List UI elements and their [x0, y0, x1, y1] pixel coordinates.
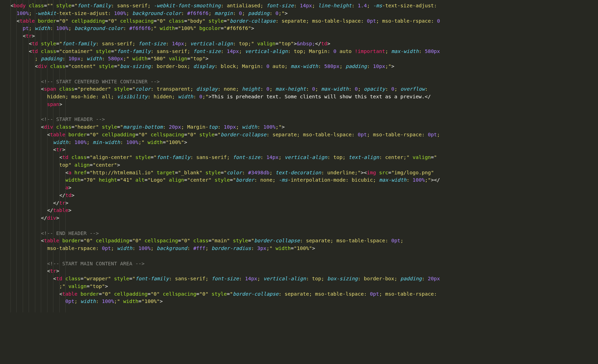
- code-line[interactable]: <table border="0" cellpadding="0" cellsp…: [0, 131, 598, 139]
- code-line[interactable]: <a href="http://htmlemail.io" target="_b…: [0, 169, 598, 177]
- code-line[interactable]: <!-- START CENTERED WHITE CONTAINER -->: [0, 78, 598, 86]
- code-line[interactable]: ; padding: 10px; width: 580px;" width="5…: [0, 55, 598, 63]
- code-line[interactable]: 100%; -webkit-text-size-adjust: 100%; ba…: [0, 10, 598, 17]
- code-line[interactable]: <table border="0" cellpadding="0" cellsp…: [0, 17, 598, 25]
- code-line[interactable]: <!-- END HEADER -->: [0, 230, 598, 237]
- code-line[interactable]: <div class="header" style="margin-bottom…: [0, 123, 598, 131]
- code-line[interactable]: <tr>: [0, 146, 598, 154]
- code-line[interactable]: span>: [0, 101, 598, 108]
- code-editor[interactable]: <body class="" style="font-family: sans-…: [0, 0, 598, 312]
- code-line[interactable]: mso-table-rspace: 0pt; width: 100%; back…: [0, 245, 598, 252]
- code-line[interactable]: <body class="" style="font-family: sans-…: [0, 2, 598, 10]
- code-line[interactable]: <table border="0" cellpadding="0" cellsp…: [0, 290, 598, 298]
- code-line[interactable]: </tr>: [0, 199, 598, 207]
- code-line[interactable]: [0, 252, 598, 260]
- code-line[interactable]: <span class="preheader" style="color: tr…: [0, 85, 598, 93]
- code-line[interactable]: <table border="0" cellpadding="0" cellsp…: [0, 237, 598, 245]
- code-line[interactable]: </td>: [0, 192, 598, 199]
- code-line[interactable]: <!-- START HEADER -->: [0, 116, 598, 123]
- code-area[interactable]: <body class="" style="font-family: sans-…: [0, 0, 598, 312]
- code-line[interactable]: <!-- START MAIN CONTENT AREA -->: [0, 260, 598, 268]
- code-line[interactable]: [0, 70, 598, 78]
- code-line[interactable]: [0, 108, 598, 116]
- code-line[interactable]: hidden; mso-hide: all; visibility: hidde…: [0, 93, 598, 101]
- code-line[interactable]: a>: [0, 184, 598, 192]
- code-line[interactable]: pt; width: 100%; background-color: #f6f6…: [0, 25, 598, 32]
- code-line[interactable]: <td class="align-center" style="font-fam…: [0, 154, 598, 161]
- code-line[interactable]: <tr>: [0, 32, 598, 40]
- code-line[interactable]: <td class="container" style="font-family…: [0, 48, 598, 55]
- code-line[interactable]: width: 100%; min-width: 100%;" width="10…: [0, 139, 598, 146]
- code-line[interactable]: <td style="font-family: sans-serif; font…: [0, 40, 598, 48]
- code-line[interactable]: width="70" height="41" alt="Logo" align=…: [0, 176, 598, 184]
- code-line[interactable]: 0pt; width: 100%;" width="100%">: [0, 298, 598, 305]
- code-line[interactable]: <div class="content" style="box-sizing: …: [0, 63, 598, 70]
- code-line[interactable]: <td class="wrapper" style="font-family: …: [0, 275, 598, 283]
- code-line[interactable]: ;" valign="top">: [0, 283, 598, 290]
- code-line[interactable]: </table>: [0, 207, 598, 214]
- code-line[interactable]: <tr>: [0, 267, 598, 275]
- code-line[interactable]: </div>: [0, 214, 598, 222]
- code-line[interactable]: top" align="center">: [0, 161, 598, 169]
- code-line[interactable]: [0, 222, 598, 230]
